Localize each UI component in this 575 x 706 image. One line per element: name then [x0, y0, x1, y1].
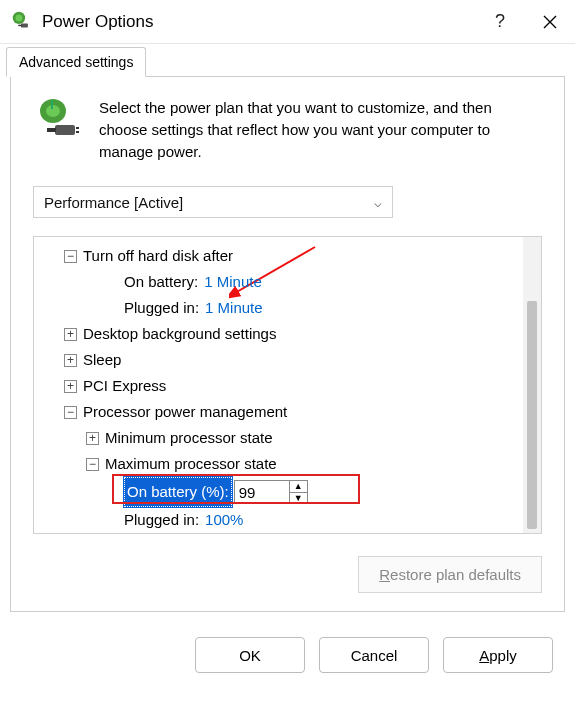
collapse-icon[interactable]: −	[64, 406, 77, 419]
percent-input[interactable]	[235, 481, 289, 503]
node-hd-on-battery[interactable]: On battery: 1 Minute	[38, 269, 519, 295]
svg-rect-2	[21, 23, 28, 27]
spinner-up-icon[interactable]: ▲	[290, 481, 307, 493]
collapse-icon[interactable]: −	[86, 458, 99, 471]
svg-rect-8	[76, 127, 79, 129]
svg-point-1	[16, 14, 23, 21]
titlebar: Power Options ?	[0, 0, 575, 44]
node-pci-express[interactable]: + PCI Express	[38, 373, 519, 399]
intro-text: Select the power plan that you want to c…	[99, 97, 542, 162]
ok-button[interactable]: OK	[195, 637, 305, 673]
panel: Select the power plan that you want to c…	[10, 76, 565, 612]
tab-advanced-settings[interactable]: Advanced settings	[6, 47, 146, 77]
vertical-scrollbar[interactable]	[523, 237, 541, 533]
power-plan-dropdown[interactable]: Performance [Active] ⌵	[33, 186, 393, 218]
spinner-buttons[interactable]: ▲ ▼	[289, 481, 307, 503]
dialog-footer: OK Cancel Apply	[0, 623, 575, 689]
node-desktop-background[interactable]: + Desktop background settings	[38, 321, 519, 347]
expand-icon[interactable]: +	[64, 328, 77, 341]
node-max-plugged-in[interactable]: Plugged in: 100%	[38, 507, 519, 533]
svg-rect-3	[18, 24, 21, 25]
selected-label: On battery (%):	[124, 477, 232, 507]
settings-tree[interactable]: − Turn off hard disk after On battery: 1…	[34, 237, 523, 533]
restore-defaults-button[interactable]: Restore plan defaults	[358, 556, 542, 593]
tabstrip: Advanced settings	[0, 44, 575, 77]
expand-icon[interactable]: +	[86, 432, 99, 445]
node-processor-power-management[interactable]: − Processor power management	[38, 399, 519, 425]
close-button[interactable]	[525, 0, 575, 44]
apply-button[interactable]: Apply	[443, 637, 553, 673]
spinner-down-icon[interactable]: ▼	[290, 493, 307, 504]
percent-spinner[interactable]: ▲ ▼	[234, 480, 308, 504]
power-plan-icon	[33, 97, 81, 145]
settings-tree-container: − Turn off hard disk after On battery: 1…	[33, 236, 542, 534]
svg-rect-9	[76, 131, 79, 133]
help-button[interactable]: ?	[475, 0, 525, 44]
svg-rect-6	[55, 125, 75, 135]
expand-icon[interactable]: +	[64, 380, 77, 393]
value-link[interactable]: 100%	[205, 507, 243, 533]
expand-icon[interactable]: +	[64, 354, 77, 367]
window-title: Power Options	[42, 12, 475, 32]
value-link[interactable]: 1 Minute	[204, 269, 262, 295]
cancel-button[interactable]: Cancel	[319, 637, 429, 673]
restore-row: Restore plan defaults	[33, 556, 542, 593]
node-max-on-battery[interactable]: On battery (%): ▲ ▼	[38, 477, 519, 507]
scrollbar-thumb[interactable]	[527, 301, 537, 529]
node-hd-plugged-in[interactable]: Plugged in: 1 Minute	[38, 295, 519, 321]
node-turn-off-hard-disk[interactable]: − Turn off hard disk after	[38, 243, 519, 269]
node-sleep[interactable]: + Sleep	[38, 347, 519, 373]
node-min-processor-state[interactable]: + Minimum processor state	[38, 425, 519, 451]
svg-rect-7	[47, 128, 56, 132]
intro-block: Select the power plan that you want to c…	[33, 97, 542, 162]
node-max-processor-state[interactable]: − Maximum processor state	[38, 451, 519, 477]
chevron-down-icon: ⌵	[374, 195, 382, 210]
app-icon	[10, 11, 32, 33]
collapse-icon[interactable]: −	[64, 250, 77, 263]
close-icon	[543, 15, 557, 29]
power-plan-selected: Performance [Active]	[44, 194, 183, 211]
value-link[interactable]: 1 Minute	[205, 295, 263, 321]
